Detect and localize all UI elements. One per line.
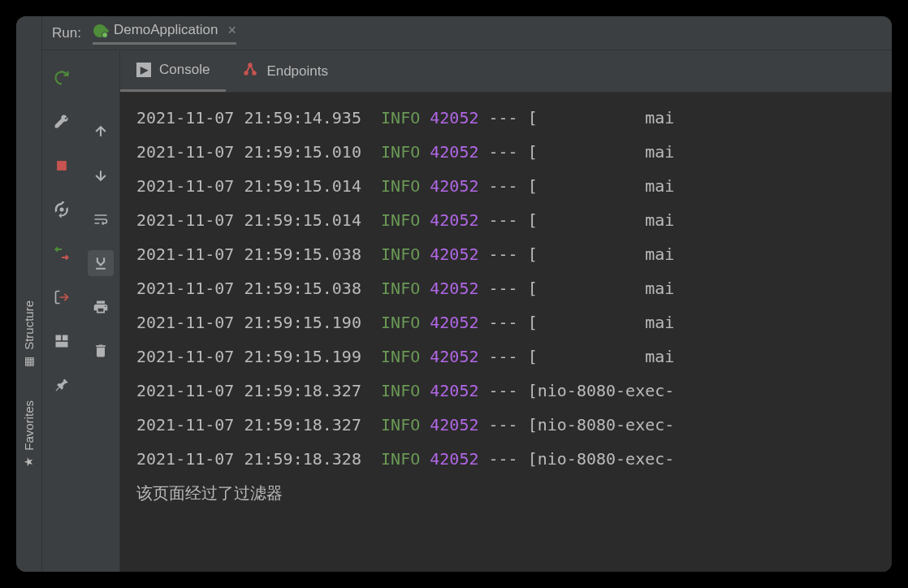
console-tab-label: Console (159, 62, 210, 78)
run-toolbar-primary (42, 50, 81, 572)
output-message: 该页面经过了过滤器 (136, 476, 892, 510)
log-line: 2021-11-07 21:59:18.327 INFO 42052 --- [… (136, 408, 892, 442)
console-toolbar (81, 50, 120, 572)
ide-window: ▦ Structure ★ Favorites Run: DemoApplica… (16, 16, 892, 572)
dump-threads-button[interactable] (49, 197, 75, 223)
console-play-icon: ▶ (136, 63, 151, 77)
log-line: 2021-11-07 21:59:15.014 INFO 42052 --- [… (136, 203, 892, 237)
svg-rect-2 (56, 335, 62, 341)
down-button[interactable] (88, 162, 114, 188)
run-config-name: DemoApplication (114, 22, 218, 38)
log-line: 2021-11-07 21:59:15.010 INFO 42052 --- [… (136, 135, 892, 169)
layout-button[interactable] (49, 240, 75, 266)
content-row: ▶ Console Endpoints 2021-11-07 21:59:14.… (42, 50, 892, 572)
print-button[interactable] (88, 294, 114, 320)
run-config-tab[interactable]: DemoApplication × (93, 22, 236, 45)
log-line: 2021-11-07 21:59:15.038 INFO 42052 --- [… (136, 237, 892, 271)
endpoints-icon (242, 61, 258, 81)
log-line: 2021-11-07 21:59:18.328 INFO 42052 --- [… (136, 442, 892, 476)
console-tabs: ▶ Console Endpoints (120, 50, 892, 93)
up-button[interactable] (88, 119, 114, 145)
star-icon: ★ (23, 456, 36, 469)
svg-rect-4 (56, 342, 68, 348)
svg-rect-0 (57, 161, 67, 171)
run-header: Run: DemoApplication × (42, 16, 892, 50)
favorites-tool-button[interactable]: ★ Favorites (22, 384, 36, 485)
log-line: 2021-11-07 21:59:15.014 INFO 42052 --- [… (136, 169, 892, 203)
structure-icon: ▦ (23, 355, 36, 368)
clear-button[interactable] (88, 338, 114, 364)
endpoints-tab[interactable]: Endpoints (226, 50, 344, 92)
wrench-button[interactable] (49, 109, 75, 135)
console-tab[interactable]: ▶ Console (120, 50, 226, 92)
stop-button[interactable] (49, 153, 75, 179)
log-line: 2021-11-07 21:59:14.935 INFO 42052 --- [… (136, 101, 892, 135)
main-area: Run: DemoApplication × (42, 16, 892, 572)
layout-settings-button[interactable] (49, 328, 75, 354)
console-output[interactable]: 2021-11-07 21:59:14.935 INFO 42052 --- [… (120, 93, 892, 572)
svg-rect-3 (63, 335, 68, 341)
scroll-to-end-button[interactable] (88, 250, 114, 276)
exit-button[interactable] (49, 284, 75, 310)
log-line: 2021-11-07 21:59:15.190 INFO 42052 --- [… (136, 305, 892, 339)
run-title: Run: (52, 25, 81, 41)
svg-point-1 (60, 208, 64, 212)
structure-tool-button[interactable]: ▦ Structure (22, 284, 36, 384)
soft-wrap-button[interactable] (88, 206, 114, 232)
favorites-label: Favorites (22, 400, 36, 451)
log-line: 2021-11-07 21:59:15.199 INFO 42052 --- [… (136, 339, 892, 374)
pin-button[interactable] (49, 372, 75, 398)
structure-label: Structure (22, 300, 36, 350)
log-line: 2021-11-07 21:59:15.038 INFO 42052 --- [… (136, 271, 892, 305)
left-tool-sidebar: ▦ Structure ★ Favorites (16, 16, 42, 572)
endpoints-tab-label: Endpoints (266, 63, 328, 80)
close-tab-icon[interactable]: × (227, 22, 236, 39)
console-area: ▶ Console Endpoints 2021-11-07 21:59:14.… (120, 50, 892, 572)
rerun-button[interactable] (49, 65, 75, 91)
log-line: 2021-11-07 21:59:18.327 INFO 42052 --- [… (136, 374, 892, 408)
spring-boot-icon (93, 23, 107, 37)
